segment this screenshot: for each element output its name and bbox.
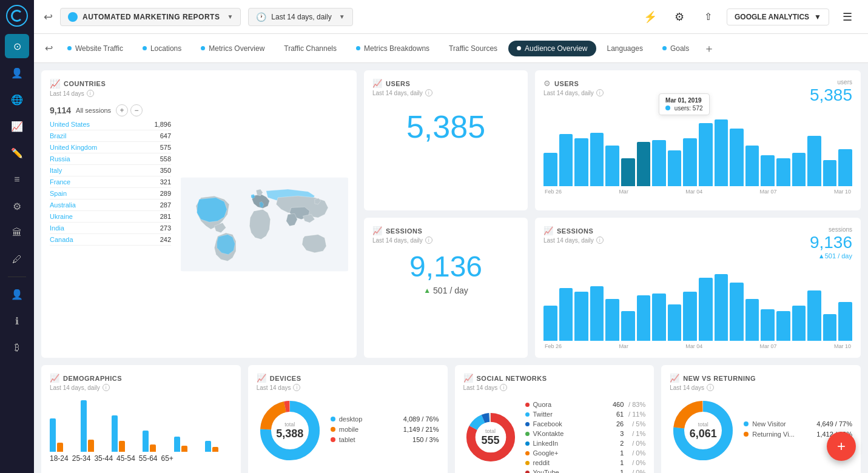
country-row: Ukraine281 (50, 211, 171, 223)
share-button[interactable]: ⇧ (698, 6, 719, 28)
menu-button[interactable]: ☰ (836, 6, 858, 28)
bar[interactable] (776, 311, 790, 341)
back-icon[interactable]: ↩ (44, 10, 53, 24)
bar[interactable] (574, 138, 588, 186)
bar[interactable] (637, 142, 651, 186)
bar[interactable] (715, 274, 728, 341)
bar[interactable] (699, 278, 713, 341)
bar[interactable] (823, 160, 837, 186)
bar[interactable] (621, 158, 635, 186)
tab-languages[interactable]: Languages (599, 41, 651, 56)
country-name[interactable]: United States (50, 121, 90, 128)
bar[interactable] (574, 292, 588, 341)
tab-locations[interactable]: Locations (134, 41, 190, 56)
country-name[interactable]: Russia (50, 155, 70, 163)
bar[interactable] (699, 123, 713, 186)
date-selector[interactable]: 🕐 Last 14 days, daily ▼ (248, 8, 352, 26)
bar[interactable] (807, 290, 821, 341)
country-name[interactable]: France (50, 178, 70, 186)
country-name[interactable]: United Kingdom (50, 144, 97, 151)
bar[interactable] (683, 292, 697, 341)
bar[interactable] (792, 153, 806, 186)
bar[interactable] (605, 146, 619, 186)
bar[interactable] (745, 146, 759, 186)
bar[interactable] (559, 288, 573, 341)
tab-back-icon[interactable]: ↩ (41, 39, 56, 58)
sidebar-icon-list[interactable]: ≡ (5, 167, 29, 192)
bar[interactable] (652, 140, 666, 186)
tab-traffic-sources[interactable]: Traffic Sources (440, 41, 506, 56)
bar[interactable] (730, 129, 744, 186)
bar[interactable] (543, 153, 557, 186)
sidebar-icon-person[interactable]: 👤 (5, 282, 29, 306)
bar[interactable] (715, 119, 728, 186)
country-name[interactable]: Australia (50, 201, 76, 209)
bar[interactable] (668, 150, 682, 186)
bar[interactable] (838, 302, 852, 341)
sidebar-icon-chart[interactable]: 📈 (5, 114, 29, 138)
newvret-info[interactable]: i (707, 384, 714, 391)
sidebar-icon-bitcoin[interactable]: ₿ (5, 335, 29, 360)
bar[interactable] (807, 136, 821, 186)
country-name[interactable]: Spain (50, 190, 67, 197)
bar[interactable] (792, 306, 806, 341)
tab-add-icon[interactable]: ＋ (700, 38, 718, 59)
users-chart-title: USERS (554, 80, 579, 87)
bar[interactable] (761, 155, 775, 186)
bar[interactable] (823, 314, 837, 341)
countries-expand-btn[interactable]: + (116, 104, 128, 116)
social-info[interactable]: i (500, 384, 507, 391)
bar[interactable] (838, 149, 852, 186)
users-small-info[interactable]: i (425, 89, 432, 96)
country-name[interactable]: Italy (50, 167, 62, 174)
sessions-chart-info[interactable]: i (596, 236, 604, 244)
bar[interactable] (745, 299, 759, 341)
countries-collapse-btn[interactable]: − (130, 104, 143, 116)
tab-traffic-channels[interactable]: Traffic Channels (275, 41, 345, 56)
settings-button[interactable]: ⚙ (668, 6, 690, 28)
bar[interactable] (590, 286, 604, 341)
lightning-button[interactable]: ⚡ (639, 6, 661, 28)
tab-website-traffic[interactable]: Website Traffic (59, 41, 132, 56)
tab-metrics-overview[interactable]: Metrics Overview (192, 41, 273, 56)
sidebar-icon-users[interactable]: 👤 (5, 61, 29, 85)
bar[interactable] (543, 306, 557, 341)
fab-add-button[interactable]: + (827, 432, 856, 461)
sidebar-icon-globe[interactable]: 🌐 (5, 87, 29, 112)
country-name[interactable]: India (50, 224, 64, 232)
bar[interactable] (761, 309, 775, 341)
sidebar-icon-home[interactable]: ⊙ (5, 34, 29, 58)
bar[interactable] (652, 294, 666, 341)
tab-goals[interactable]: Goals (654, 41, 698, 56)
demo-info[interactable]: i (103, 384, 110, 391)
bar[interactable] (683, 138, 697, 186)
bar[interactable] (668, 304, 682, 341)
logo[interactable] (6, 5, 28, 27)
sessions-small-info[interactable]: i (425, 236, 432, 244)
countries-info-icon[interactable]: i (87, 90, 94, 97)
social-name: LinkedIn (533, 440, 602, 447)
tab-metrics-breakdowns[interactable]: Metrics Breakdowns (348, 41, 438, 56)
users-chart-info[interactable]: i (596, 89, 604, 96)
tab-audience-overview[interactable]: Audience Overview (508, 41, 596, 56)
bar[interactable] (559, 134, 573, 186)
sessions-small-value: 9,136 (372, 250, 519, 283)
bar[interactable] (637, 295, 651, 341)
country-name[interactable]: Brazil (50, 132, 67, 139)
sidebar-icon-edit[interactable]: ✏️ (5, 141, 29, 165)
bar[interactable] (590, 133, 604, 186)
sidebar-icon-tool[interactable]: ⚙ (5, 194, 29, 218)
bar[interactable] (605, 299, 619, 341)
country-name[interactable]: Canada (50, 236, 73, 243)
bar[interactable] (621, 311, 635, 341)
bar[interactable] (730, 283, 744, 341)
social-name: reddit (533, 459, 602, 466)
sidebar-icon-building[interactable]: 🏛 (5, 221, 29, 245)
brand-selector[interactable]: AUTOMATED MARKETING REPORTS ▼ (60, 8, 241, 26)
bar[interactable] (776, 158, 790, 186)
sidebar-icon-pen[interactable]: 🖊 (5, 247, 29, 272)
country-name[interactable]: Ukraine (50, 213, 73, 220)
devices-info[interactable]: i (293, 384, 300, 391)
sidebar-icon-info[interactable]: ℹ (5, 309, 29, 333)
analytics-selector[interactable]: GOOGLE ANALYTICS ▼ (727, 8, 829, 25)
